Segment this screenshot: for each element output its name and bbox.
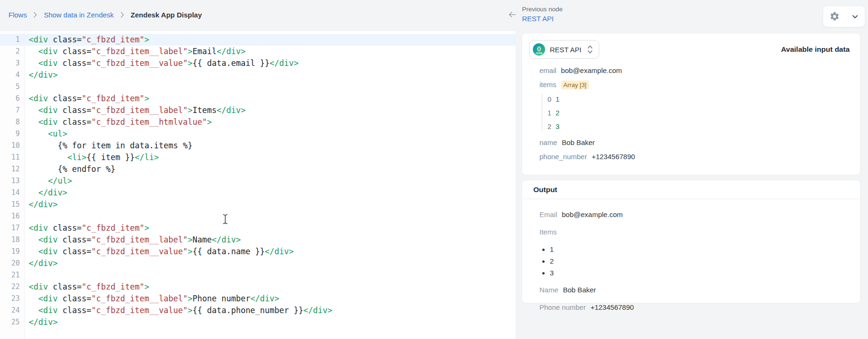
code-line: 16 bbox=[0, 210, 515, 222]
code-text: <div class="c_fbzd_item__htmlvalue"> bbox=[24, 116, 212, 128]
code-token: class= bbox=[57, 117, 91, 127]
code-token: > bbox=[188, 235, 193, 244]
line-number: 7 bbox=[0, 105, 24, 116]
code-token bbox=[29, 176, 48, 186]
code-token: </div> bbox=[38, 188, 67, 197]
code-token: > bbox=[188, 105, 193, 115]
code-token: </div> bbox=[29, 200, 57, 209]
line-number: 16 bbox=[0, 210, 24, 222]
code-token: > bbox=[145, 282, 149, 291]
code-token: </div> bbox=[29, 70, 57, 80]
output-rows: Emailbob@example.comItems123NameBob Bake… bbox=[522, 199, 860, 312]
breadcrumb-link-flows[interactable]: Flows bbox=[8, 11, 27, 19]
code-token: "c_fbzd_item" bbox=[82, 223, 145, 233]
previous-node-link[interactable]: REST API bbox=[522, 15, 563, 23]
code-token bbox=[29, 129, 48, 138]
field-value: +1234567890 bbox=[592, 153, 635, 161]
line-number: 13 bbox=[0, 175, 24, 187]
code-token: Name bbox=[193, 235, 212, 244]
code-token: {{ data.phone_number }} bbox=[193, 306, 303, 315]
code-text: <div class="c_fbzd_item"> bbox=[24, 222, 149, 234]
settings-button[interactable] bbox=[823, 6, 865, 27]
code-token: "c_fbzd_item__label" bbox=[91, 105, 188, 115]
code-editor[interactable]: 1<div class="c_fbzd_item">2 <div class="… bbox=[0, 31, 515, 339]
line-number: 24 bbox=[0, 305, 24, 316]
code-token: </div> bbox=[217, 47, 245, 56]
array-value: 2 bbox=[555, 109, 559, 117]
line-number: 1 bbox=[0, 34, 24, 46]
code-text: <div class="c_fbzd_item__value">{{ data.… bbox=[24, 57, 298, 69]
json-icon-caption: JSON bbox=[533, 52, 545, 55]
code-token: </div> bbox=[265, 247, 294, 256]
output-row: Emailbob@example.com bbox=[539, 210, 849, 219]
line-number: 19 bbox=[0, 246, 24, 258]
code-token: class= bbox=[57, 306, 91, 315]
line-number: 3 bbox=[0, 57, 24, 69]
field-key: items bbox=[539, 81, 556, 89]
line-number: 15 bbox=[0, 199, 24, 210]
breadcrumb-link-show-data[interactable]: Show data in Zendesk bbox=[44, 11, 113, 19]
array-item: 01 bbox=[547, 94, 849, 104]
output-row: Phone number+1234567890 bbox=[539, 303, 849, 312]
code-text: {% endfor %} bbox=[24, 163, 115, 175]
field-key: name bbox=[539, 138, 557, 146]
input-field: itemsArray [3] bbox=[539, 80, 849, 90]
breadcrumb-current: Zendesk App Display bbox=[131, 11, 202, 19]
array-value: 1 bbox=[555, 95, 559, 103]
code-line: 25</div> bbox=[0, 316, 515, 328]
chevron-down-icon bbox=[852, 13, 859, 20]
code-line: 7 <div class="c_fbzd_item__label">Items<… bbox=[0, 105, 515, 116]
code-token: <div bbox=[38, 306, 57, 315]
code-token: <ul> bbox=[48, 129, 67, 138]
code-token: <div bbox=[29, 223, 48, 233]
code-token: "c_fbzd_item" bbox=[82, 35, 145, 44]
back-arrow-icon[interactable] bbox=[507, 10, 517, 19]
output-list-item: 1 bbox=[550, 245, 849, 254]
code-token: > bbox=[188, 294, 193, 303]
code-token: <div bbox=[38, 117, 57, 127]
line-number: 11 bbox=[0, 152, 24, 163]
code-token bbox=[29, 306, 38, 315]
output-value: bob@example.com bbox=[562, 210, 623, 218]
code-token: class= bbox=[48, 35, 82, 44]
output-list-item: 3 bbox=[550, 268, 849, 277]
code-text: <ul> bbox=[24, 128, 67, 140]
code-token: > bbox=[145, 223, 149, 233]
code-text: </div> bbox=[24, 316, 57, 328]
code-text: </div> bbox=[24, 187, 67, 199]
code-text: </div> bbox=[24, 258, 57, 269]
code-token bbox=[29, 47, 38, 56]
field-key: phone_number bbox=[539, 153, 587, 161]
input-field: nameBob Baker bbox=[539, 137, 849, 147]
code-line: 22<div class="c_fbzd_item"> bbox=[0, 281, 515, 293]
code-token: > bbox=[188, 47, 193, 56]
input-fields: emailbob@example.comitemsArray [3]011223… bbox=[522, 59, 860, 161]
code-token: {% endfor %} bbox=[29, 164, 115, 174]
code-token: Items bbox=[193, 105, 217, 115]
array-index: 1 bbox=[547, 109, 551, 117]
code-token bbox=[29, 235, 38, 244]
line-number: 23 bbox=[0, 293, 24, 305]
field-key: email bbox=[539, 66, 556, 74]
code-token: <li> bbox=[67, 153, 87, 162]
code-token: </ul> bbox=[48, 176, 72, 186]
output-label: Email bbox=[539, 210, 557, 218]
code-token: class= bbox=[57, 294, 91, 303]
array-items: 011223 bbox=[542, 94, 849, 131]
array-index: 2 bbox=[547, 122, 551, 130]
code-line: 9 <ul> bbox=[0, 128, 515, 140]
code-token: "c_fbzd_item__htmlvalue" bbox=[91, 117, 207, 127]
code-line: 6<div class="c_fbzd_item"> bbox=[0, 93, 515, 105]
code-line: 17<div class="c_fbzd_item"> bbox=[0, 222, 515, 234]
code-text: </div> bbox=[24, 199, 57, 210]
code-token: class= bbox=[57, 47, 91, 56]
output-heading: Output bbox=[522, 180, 860, 199]
node-selector-button[interactable]: {} JSON REST API bbox=[529, 40, 599, 59]
chevron-right-icon bbox=[33, 12, 37, 18]
line-number: 14 bbox=[0, 187, 24, 199]
line-number: 12 bbox=[0, 163, 24, 175]
code-text: {% for item in data.items %} bbox=[24, 140, 193, 152]
line-number: 10 bbox=[0, 140, 24, 152]
output-label: Phone number bbox=[539, 303, 586, 311]
line-number: 2 bbox=[0, 46, 24, 57]
